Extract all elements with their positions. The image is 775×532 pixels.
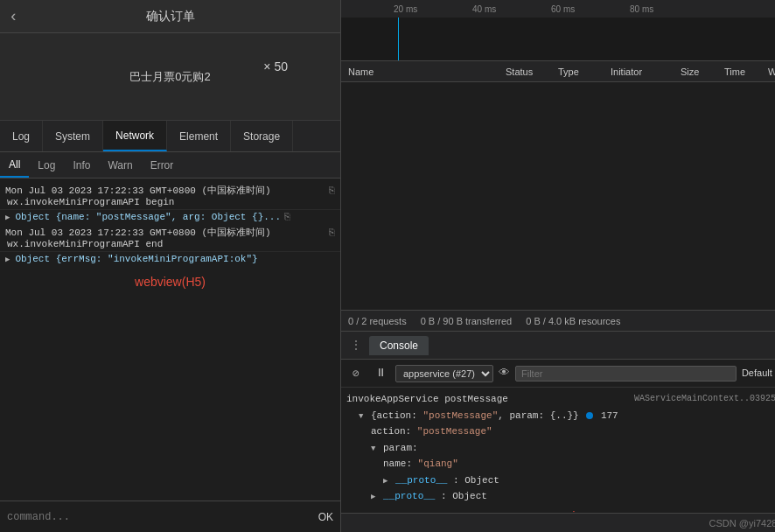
clear-icon[interactable]: ⊘ [346,364,366,383]
left-panel: ‹ 确认订单 巴士月票0元购2 × 50 Log System Network … [0,0,341,532]
pause-icon[interactable]: ⏸ [371,364,390,383]
tab-console[interactable]: Console [369,336,429,355]
console-toolbar: ⊘ ⏸ appservice (#27) 👁 Default levels ▾ [341,360,775,388]
transferred-size: 0 B / 90 B transferred [421,316,513,326]
back-arrow-icon[interactable]: ‹ [9,8,18,25]
tab-system[interactable]: System [43,121,103,151]
list-item: ▶ __proto__ : Object [346,488,775,505]
tab-network[interactable]: Network [103,121,167,151]
ok-button[interactable]: OK [318,511,333,523]
log-object-1[interactable]: ▶ Object {name: "postMessage", arg: Obje… [0,210,340,224]
csdn-credit: CSDN @yi742891270 [709,518,775,528]
col-name: Name [345,66,502,77]
copy-icon-1[interactable]: ⎘ [329,186,335,196]
requests-count: 0 / 2 requests [348,316,407,326]
console-output: invokeAppService postMessage WAServiceMa… [341,388,775,513]
filter-info[interactable]: Info [64,152,99,178]
log-object-2[interactable]: ▶ Object {errMsg: "invokeMiniProgramAPI:… [0,252,340,266]
console-tab-bar: ⋮ Console [341,332,775,360]
network-timeline: 20 ms 40 ms 60 ms 80 ms [341,0,775,61]
tab-element[interactable]: Element [167,121,231,151]
bottom-bar: CSDN @yi742891270 [341,513,775,532]
network-status-bar: 0 / 2 requests 0 B / 90 B transferred 0 … [341,310,775,331]
tick-20ms: 20 ms [394,4,417,14]
list-item: ▶ __proto__ : Object [346,472,775,489]
page-title: 确认订单 [146,9,195,24]
col-status: Status [502,66,555,77]
timeline-line [398,18,399,60]
filter-warn[interactable]: Warn [99,152,141,178]
col-size: Size [677,66,721,77]
network-content [341,82,775,310]
blue-dot [586,412,593,419]
filter-error[interactable]: Error [142,152,183,178]
copy-icon-2[interactable]: ⎘ [329,228,335,238]
log-timestamp-2: Mon Jul 03 2023 17:22:33 GMT+0800 (中国标准时… [5,226,335,239]
filter-input[interactable] [515,366,737,382]
context-selector[interactable]: appservice (#27) [395,365,493,382]
list-item: name: "qiang" [346,456,775,472]
log-timestamp-1: Mon Jul 03 2023 17:22:33 GMT+0800 (中国标准时… [5,184,335,197]
col-initiator: Initiator [607,66,677,77]
list-item: Mon Jul 03 2023 17:22:33 GMT+0800 (中国标准时… [0,224,340,252]
tick-40ms: 40 ms [472,4,496,14]
col-time: Time [721,66,765,77]
preview-area: 巴士月票0元购2 × 50 [0,33,340,121]
webview-label: webview(H5) [0,266,340,298]
tab-log[interactable]: Log [0,121,43,151]
price-badge: × 50 [263,60,288,74]
log-api-call-1: wx.invokeMiniProgramAPI begin [5,197,335,207]
tab-storage[interactable]: Storage [231,121,293,151]
eye-icon[interactable]: 👁 [499,367,510,380]
uniapp-label: uniapp [346,505,775,514]
log-filter-bar: All Log Info Warn Error [0,152,340,178]
filter-log[interactable]: Log [29,152,64,178]
log-content: Mon Jul 03 2023 17:22:33 GMT+0800 (中国标准时… [0,178,340,500]
col-waterfall: Waterfall [765,66,775,77]
command-bar: OK [0,500,340,532]
list-item: invokeAppService postMessage WAServiceMa… [346,391,775,408]
command-input[interactable] [7,511,311,523]
preview-text: 巴士月票0元购2 [129,70,210,83]
dev-tabs: Log System Network Element Storage [0,121,340,152]
filter-all[interactable]: All [0,152,29,178]
col-type: Type [555,66,607,77]
preview-content: 巴士月票0元购2 [129,69,210,85]
right-panel: 20 ms 40 ms 60 ms 80 ms Name Status Type… [341,0,775,532]
list-item: action: "postMessage" [346,424,775,440]
copy-icon-obj-1[interactable]: ⎘ [284,212,290,222]
network-headers: Name Status Type Initiator Size Time Wat… [341,61,775,82]
tick-60ms: 60 ms [551,4,575,14]
chevron-right-icon: ▶ [5,213,10,222]
chevron-right-icon: ▶ [5,255,10,264]
console-area: ⋮ Console ⊘ ⏸ appservice (#27) 👁 Default… [341,331,775,532]
list-item: Mon Jul 03 2023 17:22:33 GMT+0800 (中国标准时… [0,182,340,210]
tick-80ms: 80 ms [630,4,653,14]
top-bar: ‹ 确认订单 [0,0,340,33]
menu-icon[interactable]: ⋮ [346,338,366,353]
list-item: ▼ param: [346,440,775,457]
timeline-ruler: 20 ms 40 ms 60 ms 80 ms [341,0,775,18]
log-api-call-2: wx.invokeMiniProgramAPI end [5,239,335,249]
list-item: ▼ {action: "postMessage", param: {..}} 1… [346,408,775,424]
resources-size: 0 B / 4.0 kB resources [526,316,620,326]
timeline-bar [341,18,775,60]
default-levels-button[interactable]: Default levels ▾ [742,368,775,379]
